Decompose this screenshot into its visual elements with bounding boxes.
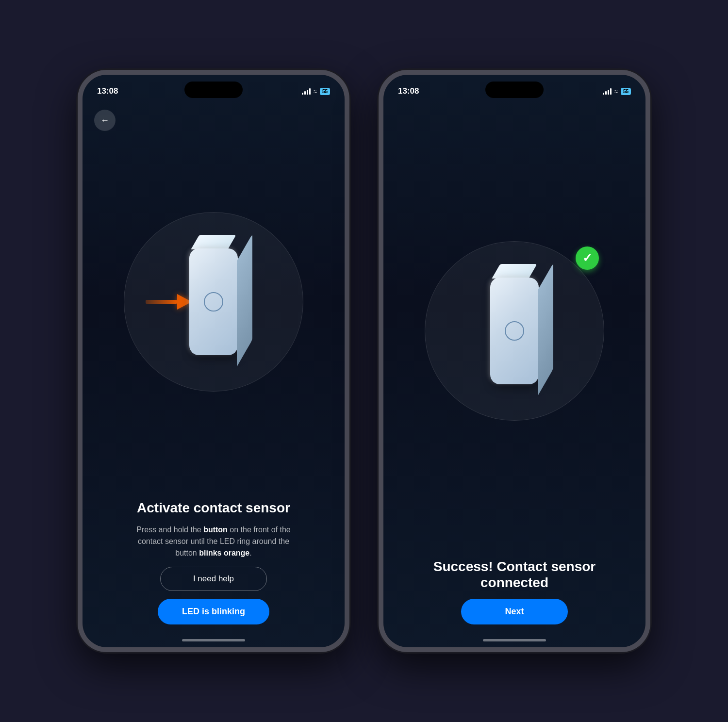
- sensor-body-2: [490, 278, 539, 384]
- sensor-button-2: [505, 321, 524, 341]
- wifi-icon-1: ≈: [314, 88, 317, 95]
- led-blinking-button[interactable]: LED is blinking: [158, 599, 269, 624]
- phone-1-frame: 13:08 ≈ 55 ←: [78, 70, 349, 652]
- content-area-2: Success! Contact sensor connected Next: [383, 549, 645, 639]
- sensor-button: [204, 292, 223, 312]
- sensor-right-face: [237, 234, 252, 366]
- next-button[interactable]: Next: [461, 599, 568, 624]
- battery-badge-2: 55: [621, 88, 631, 95]
- bold-button-1: button: [203, 525, 228, 534]
- checkmark-icon: ✓: [582, 251, 592, 265]
- signal-icon-1: [302, 88, 311, 95]
- back-button[interactable]: ←: [94, 110, 116, 131]
- home-indicator-1: [182, 639, 245, 641]
- circle-background-2: ✓: [425, 241, 604, 421]
- sensor-body: [189, 248, 238, 355]
- wifi-icon-2: ≈: [614, 88, 618, 95]
- sensor-3d-device: [189, 248, 238, 355]
- description-text-1: Press and hold the button on the front o…: [136, 524, 291, 559]
- phone-1-screen: 13:08 ≈ 55 ←: [83, 75, 345, 647]
- phone-2-frame: 13:08 ≈ 55 ✓: [379, 70, 650, 652]
- sensor-top-face: [191, 235, 236, 249]
- dynamic-island-2: [485, 82, 544, 98]
- status-time-1: 13:08: [97, 86, 118, 96]
- battery-badge-1: 55: [320, 88, 330, 95]
- content-area-1: Activate contact sensor Press and hold t…: [83, 490, 345, 639]
- main-title-1: Activate contact sensor: [137, 500, 290, 516]
- help-button[interactable]: I need help: [160, 567, 267, 591]
- status-icons-2: ≈ 55: [603, 88, 631, 95]
- status-icons-1: ≈ 55: [302, 88, 330, 95]
- main-title-2: Success! Contact sensor connected: [403, 558, 626, 591]
- sensor-3d-device-2: [490, 278, 539, 384]
- success-badge: ✓: [576, 246, 599, 270]
- press-arrow-indicator: [146, 294, 192, 310]
- signal-icon-2: [603, 88, 612, 95]
- circle-background-1: [124, 212, 303, 392]
- sensor-top-face-2: [492, 264, 537, 279]
- home-indicator-2: [483, 639, 546, 641]
- status-time-2: 13:08: [398, 86, 419, 96]
- back-arrow-icon: ←: [100, 115, 109, 126]
- bold-blinks-1: blinks orange: [199, 549, 249, 557]
- dynamic-island-1: [184, 82, 243, 98]
- sensor-right-face-2: [538, 263, 553, 396]
- illustration-area-2: ✓: [383, 114, 645, 549]
- phone-2-screen: 13:08 ≈ 55 ✓: [383, 75, 645, 647]
- illustration-area-1: [83, 114, 345, 490]
